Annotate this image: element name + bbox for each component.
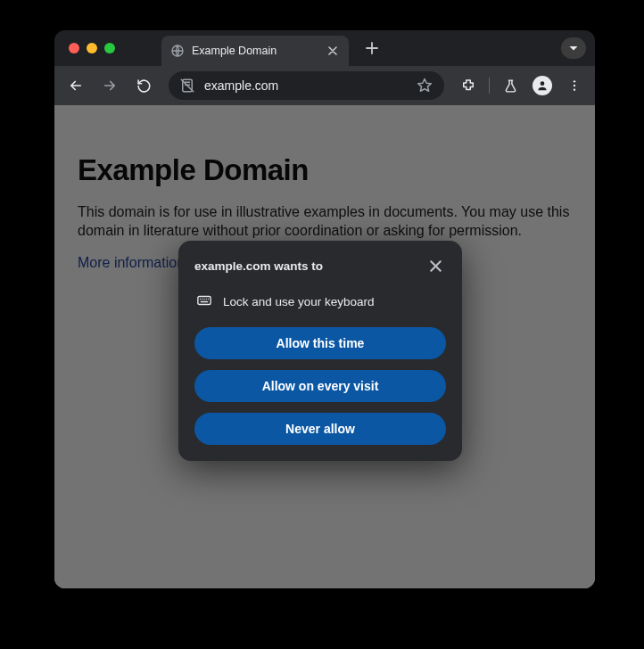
permission-title: example.com wants to xyxy=(194,259,323,273)
browser-window: Example Domain xyxy=(54,30,595,588)
tab-strip: Example Domain xyxy=(54,30,595,66)
kebab-menu-button[interactable] xyxy=(561,72,588,99)
svg-point-5 xyxy=(574,88,575,90)
avatar-icon xyxy=(533,76,552,95)
extensions-button[interactable] xyxy=(455,72,482,99)
new-tab-button[interactable] xyxy=(359,36,384,61)
site-settings-icon[interactable] xyxy=(179,78,195,94)
keyboard-icon xyxy=(196,292,212,311)
permission-item: Lock and use your keyboard xyxy=(194,292,446,311)
toolbar: example.com xyxy=(54,66,595,105)
labs-button[interactable] xyxy=(497,72,524,99)
tab-search-button[interactable] xyxy=(561,37,586,59)
permission-dialog: example.com wants to Lock and use your k… xyxy=(178,241,462,461)
allow-every-visit-button[interactable]: Allow on every visit xyxy=(194,370,446,402)
profile-button[interactable] xyxy=(529,72,556,99)
globe-icon xyxy=(170,44,185,58)
window-maximize-button[interactable] xyxy=(104,43,115,53)
svg-rect-6 xyxy=(198,297,211,305)
tab-title: Example Domain xyxy=(192,45,318,57)
back-button[interactable] xyxy=(62,71,90,100)
address-bar[interactable]: example.com xyxy=(169,71,444,100)
permission-item-label: Lock and use your keyboard xyxy=(223,295,375,308)
url-text: example.com xyxy=(204,78,403,93)
never-allow-button[interactable]: Never allow xyxy=(194,413,446,445)
tab-close-button[interactable] xyxy=(326,44,340,58)
tab-active[interactable]: Example Domain xyxy=(161,36,349,66)
allow-this-time-button[interactable]: Allow this time xyxy=(194,327,446,359)
svg-point-4 xyxy=(574,85,575,86)
forward-button[interactable] xyxy=(95,71,124,100)
toolbar-separator xyxy=(489,78,490,94)
window-controls xyxy=(69,43,115,53)
svg-point-2 xyxy=(541,81,545,86)
window-minimize-button[interactable] xyxy=(87,43,97,53)
bookmark-star-button[interactable] xyxy=(412,73,437,98)
svg-point-3 xyxy=(574,80,575,82)
permission-close-button[interactable] xyxy=(425,255,446,276)
reload-button[interactable] xyxy=(129,71,158,100)
window-close-button[interactable] xyxy=(69,43,79,53)
